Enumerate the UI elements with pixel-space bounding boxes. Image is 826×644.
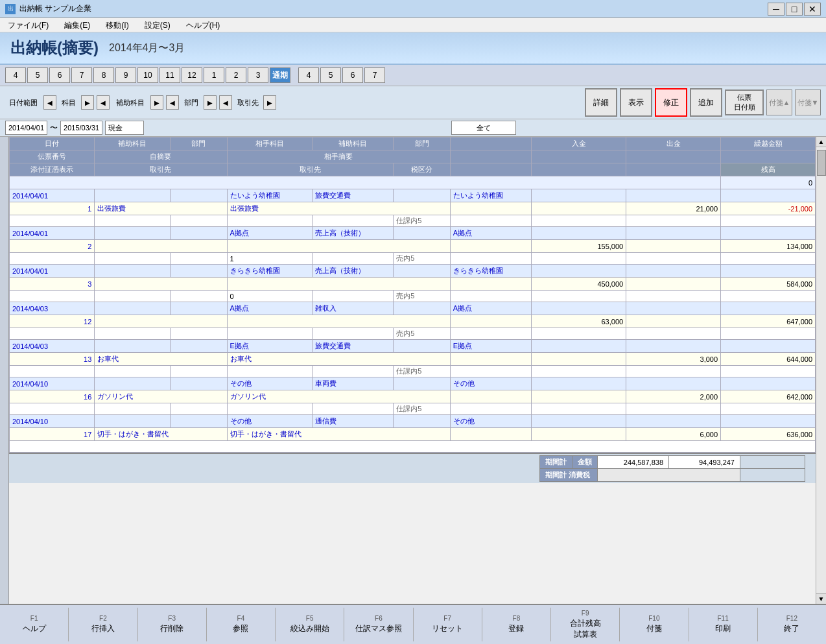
f7-reset[interactable]: F7 リセット — [414, 608, 482, 641]
menu-edit[interactable]: 編集(E) — [62, 20, 93, 30]
table-row[interactable]: 12 63,000 647,000 — [10, 315, 816, 328]
attach-down-button[interactable]: 付箋▼ — [795, 89, 821, 115]
f11-print[interactable]: F11 印刷 — [689, 608, 758, 641]
scroll-up-button[interactable]: ▲ — [816, 137, 826, 147]
table-row[interactable]: 2014/04/10 その他 通信費 その他 — [10, 415, 816, 428]
scroll-track[interactable] — [816, 147, 826, 593]
table-row[interactable]: 2014/04/10 その他 車両費 その他 — [10, 377, 816, 390]
modify-button[interactable]: 修正 — [655, 88, 687, 117]
table-row[interactable]: 2014/04/03 E拠点 旅費交通費 E拠点 — [10, 340, 816, 353]
row-carry — [721, 340, 816, 353]
tax-empty1 — [10, 253, 95, 265]
tab-extra-4[interactable]: 4 — [298, 67, 319, 83]
carry-over-row: 0 — [10, 176, 816, 189]
f10-attachment[interactable]: F10 付箋 — [620, 608, 689, 641]
tab-month-3[interactable]: 3 — [248, 67, 268, 83]
display-button[interactable]: 表示 — [620, 88, 652, 117]
table-row[interactable]: 2014/04/03 A拠点 雑収入 A拠点 — [10, 302, 816, 315]
maximize-button[interactable]: □ — [786, 3, 803, 16]
f9-trial-balance[interactable]: F9 合計残高試算表 — [551, 608, 620, 641]
partner-next-button[interactable]: ▶ — [263, 95, 276, 110]
tab-row: 4 5 6 7 8 9 10 11 12 1 2 3 通期 4 5 6 7 — [0, 65, 826, 86]
table-row[interactable]: 16 ガソリン代 ガソリン代 2,000 642,000 — [10, 390, 816, 403]
tab-month-12[interactable]: 12 — [182, 67, 202, 83]
tab-month-10[interactable]: 10 — [137, 67, 158, 83]
tab-month-9[interactable]: 9 — [115, 67, 136, 83]
table-row[interactable]: 2014/04/01 A拠点 売上高（技術） A拠点 — [10, 227, 816, 240]
row-dept — [171, 415, 228, 428]
tab-month-7[interactable]: 7 — [71, 67, 92, 83]
row-sub-subject — [95, 227, 171, 240]
tax-empty1 — [10, 366, 95, 377]
col-credit3 — [626, 163, 721, 176]
f4-reference[interactable]: F4 参照 — [207, 608, 276, 641]
col-balance: 残高 — [721, 163, 816, 176]
row-partner2: きらきら幼稚園 — [450, 265, 531, 278]
sub-subject-next-button[interactable]: ▶ — [150, 95, 163, 110]
f5-filter[interactable]: F5 絞込み開始 — [276, 608, 344, 641]
tax-empty4 — [312, 215, 393, 227]
dept-next-button[interactable]: ▶ — [204, 95, 217, 110]
date-to-display[interactable]: 2015/03/31 — [60, 121, 102, 135]
f6-num: F6 — [375, 615, 383, 622]
tax-empty8 — [721, 366, 816, 377]
f12-exit[interactable]: F12 終了 — [758, 608, 826, 641]
row-partner-name: たいよう幼稚園 — [227, 189, 312, 202]
partner-desc: ガソリン代 — [227, 390, 450, 403]
table-row[interactable]: 17 切手・はがき・書留代 切手・はがき・書留代 6,000 636,000 — [10, 428, 816, 441]
tab-month-1[interactable]: 1 — [204, 67, 224, 83]
close-button[interactable]: ✕ — [804, 3, 821, 16]
debit-cell: 63,000 — [532, 315, 626, 328]
f3-delete[interactable]: F3 行削除 — [138, 608, 207, 641]
subject-display[interactable]: 現金 — [105, 121, 144, 135]
row-credit — [626, 265, 721, 278]
menu-help[interactable]: ヘルプ(H) — [183, 20, 223, 30]
detail-button[interactable]: 詳細 — [585, 88, 617, 117]
subject-next-button[interactable]: ▶ — [81, 95, 94, 110]
partner-label: 取引先 — [235, 98, 261, 108]
table-row[interactable]: 3 450,000 584,000 — [10, 278, 816, 291]
f2-insert[interactable]: F2 行挿入 — [69, 608, 137, 641]
tab-month-4[interactable]: 4 — [5, 67, 26, 83]
table-row[interactable]: 2014/04/01 たいよう幼稚園 旅費交通費 たいよう幼稚園 — [10, 189, 816, 202]
all-display: 全て — [451, 121, 516, 135]
scroll-thumb[interactable] — [817, 150, 826, 176]
tab-all-period[interactable]: 通期 — [270, 67, 290, 83]
f6-master-ref[interactable]: F6 仕訳マス参照 — [344, 608, 413, 641]
add-button[interactable]: 追加 — [690, 88, 722, 117]
table-row[interactable]: 13 お車代 お車代 3,000 644,000 — [10, 353, 816, 366]
tab-month-11[interactable]: 11 — [159, 67, 180, 83]
subject-prev-button2[interactable]: ◀ — [97, 95, 110, 110]
col-date: 日付 — [10, 137, 95, 150]
minimize-button[interactable]: ─ — [768, 3, 785, 16]
menu-move[interactable]: 移動(I) — [103, 20, 131, 30]
menu-settings[interactable]: 設定(S) — [142, 20, 173, 30]
scroll-down-button[interactable]: ▼ — [816, 593, 826, 604]
table-row[interactable]: 2014/04/01 きらきら幼稚園 売上高（技術） きらきら幼稚園 — [10, 265, 816, 278]
table-row[interactable]: 2 155,000 134,000 — [10, 240, 816, 253]
date-from-display[interactable]: 2014/04/01 — [5, 121, 47, 135]
f8-register[interactable]: F8 登録 — [482, 608, 551, 641]
tax-empty8 — [721, 253, 816, 265]
attach-up-button[interactable]: 付箋▲ — [766, 89, 792, 115]
tab-month-2[interactable]: 2 — [226, 67, 246, 83]
tab-month-6[interactable]: 6 — [49, 67, 70, 83]
f1-help[interactable]: F1 ヘルプ — [0, 608, 69, 641]
tab-month-5[interactable]: 5 — [27, 67, 48, 83]
tab-month-8[interactable]: 8 — [93, 67, 114, 83]
tab-extra-5[interactable]: 5 — [320, 67, 341, 83]
table-row[interactable]: 1 出張旅費 出張旅費 21,000 -21,000 — [10, 202, 816, 215]
dept-prev-button[interactable]: ◀ — [219, 95, 232, 110]
date-prev-button[interactable]: ◀ — [43, 95, 56, 110]
tab-extra-7[interactable]: 7 — [364, 67, 385, 83]
sub-subject-prev-button[interactable]: ◀ — [166, 95, 179, 110]
tax-empty6 — [532, 215, 626, 227]
debit-cell: 155,000 — [532, 240, 626, 253]
menu-file[interactable]: ファイル(F) — [5, 20, 51, 30]
totals-section: 期間計 金額 244,587,838 94,493,247 期間計 消費税 — [9, 453, 816, 483]
voucher-button[interactable]: 伝票 日付順 — [725, 89, 764, 115]
row-credit — [626, 377, 721, 390]
vertical-scrollbar[interactable]: ▲ ▼ — [816, 137, 826, 604]
debit-cell — [532, 390, 626, 403]
tab-extra-6[interactable]: 6 — [342, 67, 363, 83]
